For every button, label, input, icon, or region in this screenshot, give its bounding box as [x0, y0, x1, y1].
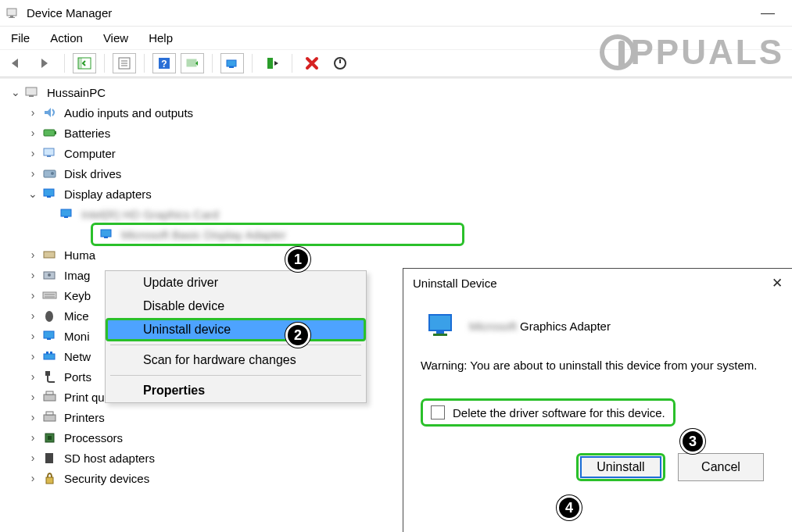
- close-icon[interactable]: ✕: [772, 275, 783, 291]
- tree-item[interactable]: ›Computer: [9, 143, 792, 163]
- update-driver-button[interactable]: [220, 53, 244, 73]
- svg-rect-37: [44, 331, 54, 338]
- print-queue-icon: [41, 390, 59, 404]
- ctx-disable-device[interactable]: Disable device: [106, 295, 366, 318]
- svg-rect-39: [44, 354, 55, 359]
- cancel-button[interactable]: Cancel: [678, 453, 764, 481]
- svg-rect-18: [44, 130, 55, 136]
- svg-rect-33: [43, 292, 56, 298]
- menu-action[interactable]: Action: [50, 31, 83, 45]
- svg-rect-51: [436, 330, 444, 334]
- svg-rect-24: [44, 189, 54, 196]
- tree-item-gpu-selected[interactable]: Microsoft Basic Display Adapter: [56, 224, 792, 245]
- svg-rect-28: [101, 230, 111, 237]
- menu-file[interactable]: File: [11, 31, 30, 45]
- svg-rect-43: [44, 395, 56, 401]
- app-icon: [6, 6, 20, 20]
- svg-rect-44: [46, 391, 53, 395]
- window-title: Device Manager: [27, 6, 750, 20]
- delete-driver-label: Delete the driver software for this devi…: [453, 406, 665, 420]
- keyboard-icon: [41, 288, 59, 302]
- svg-point-23: [51, 172, 54, 175]
- svg-rect-52: [433, 334, 447, 336]
- enable-device-button[interactable]: [260, 53, 284, 73]
- ctx-properties[interactable]: Properties: [106, 379, 366, 402]
- svg-rect-45: [44, 415, 56, 421]
- imaging-icon: [41, 268, 59, 282]
- disable-device-button[interactable]: [328, 53, 352, 73]
- tree-item[interactable]: ›Huma: [9, 245, 792, 265]
- processor-icon: [41, 430, 59, 445]
- ctx-update-driver[interactable]: Update driver: [106, 271, 366, 295]
- svg-rect-21: [47, 155, 51, 157]
- tree-item-display-adapters[interactable]: ⌄Display adapters: [9, 184, 792, 204]
- ctx-uninstall-device[interactable]: Uninstall device: [106, 318, 366, 341]
- svg-point-32: [48, 273, 51, 277]
- device-name: Microsoft Graphics Adapter: [469, 320, 611, 333]
- uninstall-button[interactable]: Uninstall: [576, 453, 665, 481]
- printer-icon: [41, 410, 59, 424]
- svg-rect-38: [47, 338, 51, 340]
- display-adapter-icon: [41, 187, 59, 201]
- display-adapter-icon: [58, 207, 77, 221]
- annotation-marker-2: 2: [285, 323, 310, 348]
- svg-rect-42: [45, 371, 50, 376]
- separator: [110, 375, 361, 376]
- ports-icon: [41, 370, 59, 384]
- svg-rect-25: [47, 196, 51, 198]
- svg-rect-13: [229, 66, 234, 68]
- svg-rect-30: [44, 252, 55, 258]
- disk-icon: [41, 166, 59, 180]
- forward-button[interactable]: [33, 53, 56, 73]
- svg-point-36: [45, 311, 53, 322]
- svg-rect-4: [78, 58, 82, 69]
- warning-text: Warning: You are about to uninstall this…: [421, 359, 778, 372]
- help-button[interactable]: ?: [152, 53, 176, 73]
- scan-button[interactable]: [181, 53, 204, 73]
- tree-item[interactable]: ›Disk drives: [9, 163, 792, 184]
- svg-rect-2: [9, 17, 15, 18]
- svg-rect-12: [227, 60, 236, 66]
- svg-rect-1: [10, 16, 13, 17]
- dialog-title: Uninstall Device: [413, 277, 497, 290]
- uninstall-dialog: Uninstall Device ✕ Microsoft Graphics Ad…: [403, 268, 792, 532]
- tree-item-gpu[interactable]: ›Intel(R) HD Graphics Card: [9, 204, 792, 224]
- svg-rect-29: [104, 237, 108, 238]
- back-button[interactable]: [5, 53, 28, 73]
- menu-view[interactable]: View: [103, 31, 128, 45]
- uninstall-device-button[interactable]: [300, 53, 324, 73]
- show-hide-tree-button[interactable]: [73, 53, 96, 73]
- mouse-icon: [41, 309, 59, 323]
- monitor-icon: [41, 329, 59, 343]
- display-adapter-icon: [427, 312, 458, 340]
- svg-rect-20: [44, 148, 54, 155]
- annotation-marker-4: 4: [557, 495, 582, 520]
- watermark-icon: [600, 34, 636, 70]
- svg-rect-11: [187, 59, 196, 66]
- minimize-button[interactable]: —: [750, 5, 786, 21]
- svg-text:?: ?: [161, 59, 167, 70]
- svg-rect-14: [267, 58, 273, 69]
- svg-rect-0: [7, 9, 16, 16]
- security-icon: [41, 471, 59, 485]
- battery-icon: [41, 126, 59, 140]
- properties-button[interactable]: [113, 53, 136, 73]
- context-menu: Update driver Disable device Uninstall d…: [105, 270, 367, 403]
- svg-rect-40: [46, 352, 48, 354]
- tree-item[interactable]: ›Audio inputs and outputs: [9, 102, 792, 123]
- delete-driver-checkbox[interactable]: [431, 405, 445, 420]
- tree-item[interactable]: ›Batteries: [9, 123, 792, 143]
- svg-rect-27: [64, 216, 68, 218]
- annotation-marker-3: 3: [680, 429, 705, 454]
- tree-root[interactable]: ⌄ HussainPC: [9, 82, 792, 102]
- hid-icon: [41, 248, 59, 262]
- svg-rect-41: [50, 352, 52, 354]
- computer-icon: [41, 146, 59, 160]
- menu-help[interactable]: Help: [149, 31, 173, 45]
- display-adapter-icon: [98, 227, 116, 241]
- delete-driver-row[interactable]: Delete the driver software for this devi…: [421, 398, 676, 427]
- ctx-scan-hardware[interactable]: Scan for hardware changes: [106, 348, 366, 372]
- separator: [110, 345, 361, 345]
- svg-rect-16: [26, 87, 37, 95]
- audio-icon: [41, 105, 59, 120]
